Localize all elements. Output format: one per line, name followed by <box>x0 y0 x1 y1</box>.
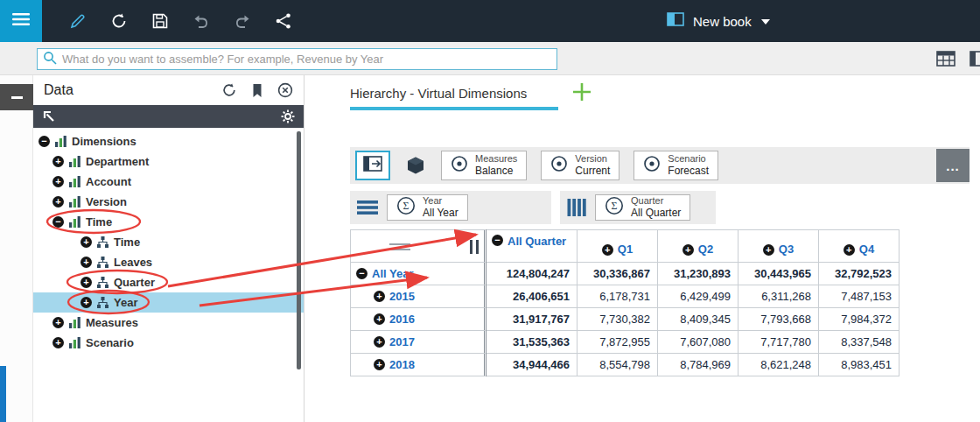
expand-icon[interactable]: + <box>52 196 64 207</box>
tree-item-account[interactable]: +Account <box>33 172 304 192</box>
grid-cell[interactable]: 7,487,153 <box>819 285 900 308</box>
expand-icon[interactable]: + <box>374 359 385 370</box>
collapse-icon[interactable]: − <box>492 235 503 246</box>
axis-selector-button[interactable] <box>355 151 390 180</box>
expand-icon[interactable]: + <box>52 337 64 348</box>
grid-cell[interactable]: 30,336,867 <box>578 263 658 285</box>
collapse-panel-button[interactable] <box>0 84 33 110</box>
search-input[interactable] <box>62 53 551 66</box>
panel-icon[interactable] <box>970 50 980 71</box>
expand-icon[interactable]: + <box>52 317 64 328</box>
grid-cell[interactable]: 7,793,668 <box>738 308 819 331</box>
columns-axis-chip[interactable]: Σ Quarter All Quarter <box>595 194 690 221</box>
close-panel-icon[interactable] <box>277 82 293 98</box>
tree-item-dimensions[interactable]: −Dimensions <box>33 131 304 151</box>
bookmark-icon[interactable] <box>249 82 265 98</box>
rows-icon[interactable] <box>357 200 378 215</box>
book-selector[interactable]: New book <box>667 0 771 42</box>
save-icon[interactable] <box>150 11 170 31</box>
redo-icon[interactable] <box>233 11 252 31</box>
tree-item-time[interactable]: −Time <box>33 212 304 232</box>
collapse-icon[interactable]: − <box>52 216 64 228</box>
grid-cell[interactable]: 34,944,466 <box>486 354 578 376</box>
expand-icon[interactable]: + <box>602 244 613 256</box>
row-header-2017[interactable]: +2017 <box>350 331 486 354</box>
refresh-icon[interactable] <box>221 82 237 98</box>
expand-icon[interactable]: + <box>682 244 694 256</box>
tree-item-measures[interactable]: +Measures <box>33 313 304 333</box>
columns-icon[interactable] <box>567 199 586 216</box>
grid-cell[interactable]: 26,406,651 <box>486 285 578 308</box>
table-view-icon[interactable] <box>936 50 956 71</box>
column-header-q1[interactable]: +Q1 <box>578 229 658 263</box>
grid-cell[interactable]: 6,311,268 <box>738 285 819 308</box>
column-header-q2[interactable]: +Q2 <box>658 229 738 263</box>
navigate-up-icon[interactable] <box>42 109 56 123</box>
row-header-2015[interactable]: +2015 <box>350 285 486 308</box>
expand-icon[interactable]: + <box>80 277 92 288</box>
expand-icon[interactable]: + <box>844 244 855 256</box>
grid-cell[interactable]: 8,409,345 <box>658 308 738 331</box>
grid-cell[interactable]: 31,917,767 <box>486 308 578 331</box>
tree-item-department[interactable]: +Department <box>33 151 304 172</box>
grid-cell[interactable]: 8,554,798 <box>578 354 658 376</box>
expand-icon[interactable]: + <box>52 156 64 167</box>
grid-cell[interactable]: 8,784,969 <box>658 354 738 376</box>
grid-cell[interactable]: 8,983,451 <box>819 354 900 376</box>
column-header-q4[interactable]: +Q4 <box>819 229 900 263</box>
rows-axis-chip[interactable]: Σ Year All Year <box>387 194 468 221</box>
hamburger-menu-button[interactable] <box>0 0 42 42</box>
tree-item-quarter[interactable]: +Quarter <box>33 272 304 292</box>
grid-cell[interactable]: 30,443,965 <box>738 263 819 285</box>
expand-icon[interactable]: + <box>763 244 774 256</box>
grid-cell[interactable]: 31,230,893 <box>658 263 738 285</box>
grid-cell[interactable]: 7,872,955 <box>578 331 658 354</box>
collapse-icon[interactable]: − <box>38 136 50 147</box>
share-icon[interactable] <box>274 11 293 31</box>
grid-cell[interactable]: 7,730,382 <box>578 308 658 331</box>
context-chip-version[interactable]: Version Current <box>541 151 620 180</box>
grid-cell[interactable]: 6,178,731 <box>578 285 658 308</box>
sheet-tab[interactable]: Hierarchy - Virtual Dimensions <box>350 86 527 101</box>
drag-handle-icon[interactable] <box>389 243 410 250</box>
expand-icon[interactable]: + <box>374 336 385 348</box>
cube-icon[interactable] <box>404 154 427 177</box>
grid-cell[interactable]: 32,792,523 <box>819 263 900 285</box>
context-chip-scenario[interactable]: Scenario Forecast <box>634 151 718 180</box>
undo-icon[interactable] <box>192 11 211 31</box>
grid-cell[interactable]: 124,804,247 <box>486 263 578 285</box>
add-sheet-button[interactable] <box>572 82 592 105</box>
expand-icon[interactable]: + <box>52 176 64 187</box>
expand-icon[interactable]: + <box>374 313 385 325</box>
row-header-all-year[interactable]: −All Year <box>350 263 486 285</box>
tree-item-year[interactable]: +Year <box>33 292 304 313</box>
column-header-q3[interactable]: +Q3 <box>738 229 819 263</box>
row-header-2016[interactable]: +2016 <box>350 308 486 331</box>
tree-item-scenario[interactable]: +Scenario <box>33 333 304 353</box>
grid-cell[interactable]: 7,717,780 <box>738 331 819 354</box>
grid-cell[interactable]: 7,984,372 <box>819 308 900 331</box>
grid-cell[interactable]: 8,337,548 <box>819 331 900 354</box>
tree-item-version[interactable]: +Version <box>33 192 304 212</box>
expand-icon[interactable]: + <box>374 291 385 302</box>
row-header-2018[interactable]: +2018 <box>350 354 486 376</box>
grid-cell[interactable]: 8,621,248 <box>738 354 819 376</box>
column-header-all-quarter[interactable]: −All Quarter <box>486 229 578 263</box>
expand-icon[interactable]: + <box>80 236 92 248</box>
expand-icon[interactable]: + <box>80 297 92 308</box>
refresh-icon[interactable] <box>109 11 129 31</box>
tree-scrollbar[interactable] <box>297 131 301 369</box>
freeze-pane-handle-icon[interactable] <box>470 240 479 254</box>
expand-icon[interactable]: + <box>80 257 92 268</box>
collapse-icon[interactable]: − <box>356 268 368 279</box>
context-chip-measures[interactable]: Measures Balance <box>441 151 527 180</box>
more-options-button[interactable]: ... <box>936 149 970 182</box>
grid-cell[interactable]: 6,429,499 <box>658 285 738 308</box>
row-header-label: All Year <box>372 267 413 280</box>
tree-item-leaves[interactable]: +Leaves <box>33 252 304 272</box>
grid-cell[interactable]: 7,607,080 <box>658 331 738 354</box>
tree-item-time[interactable]: +Time <box>33 232 304 252</box>
edit-pencil-icon[interactable] <box>68 11 88 31</box>
grid-cell[interactable]: 31,535,363 <box>486 331 578 354</box>
gear-icon[interactable] <box>281 109 295 123</box>
